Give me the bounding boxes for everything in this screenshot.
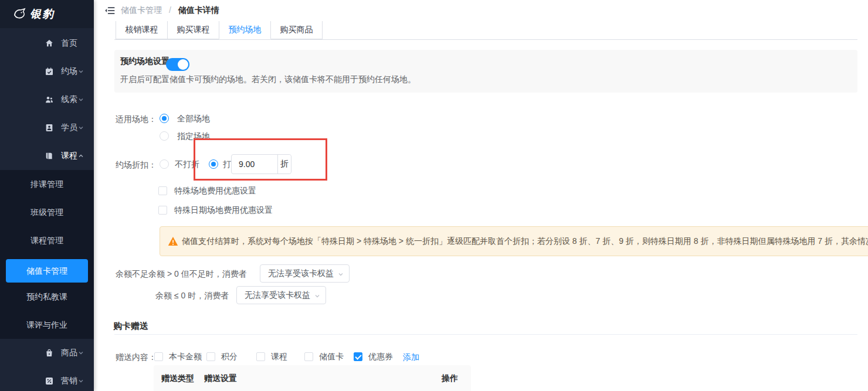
venue-setting-description: 开启后可配置储值卡可预约的场地。若关闭，该储值卡将不能用于预约任何场地。	[120, 74, 416, 85]
sidebar-item-label: 线索	[61, 94, 77, 105]
gift-option-course[interactable]: 课程	[256, 352, 287, 362]
sidebar-item-students[interactable]: 学员	[0, 114, 94, 142]
checkbox-icon[interactable]	[354, 352, 362, 361]
home-icon	[45, 39, 54, 48]
checkbox-label: 特殊场地费用优惠设置	[174, 186, 256, 195]
checkbox-icon[interactable]	[256, 352, 265, 361]
sidebar: 银豹 首页 约场 线索 学员 课程 排课管理 班级管理 课程管理 储值卡管理 预…	[0, 0, 94, 391]
sidebar-item-review-homework[interactable]: 课评与作业	[0, 311, 94, 339]
venue-setting-title: 预约场地设置	[120, 56, 169, 67]
sidebar-item-course-mgmt[interactable]: 课程管理	[0, 226, 94, 254]
checkbox-label: 特殊日期场地费用优惠设置	[174, 205, 273, 215]
gift-option-stored-card[interactable]: 储值卡	[304, 352, 344, 362]
checkbox-icon[interactable]	[154, 352, 163, 361]
chevron-up-icon	[78, 153, 84, 159]
radio-icon[interactable]	[160, 159, 169, 169]
discount-rule-warning: 储值支付结算时，系统对每个场地按「特殊日期 > 特殊场地 > 统一折扣」逐级匹配…	[160, 226, 868, 256]
chevron-down-icon	[78, 350, 84, 356]
section-divider	[114, 334, 857, 335]
sidebar-item-class-mgmt[interactable]: 班级管理	[0, 198, 94, 226]
sidebar-item-marketing[interactable]: 营销	[0, 367, 94, 391]
courses-submenu: 排课管理 班级管理 课程管理 储值卡管理 预约私教课 课评与作业	[0, 170, 94, 339]
warning-text: 储值支付结算时，系统对每个场地按「特殊日期 > 特殊场地 > 统一折扣」逐级匹配…	[182, 236, 868, 247]
tab-buy-course[interactable]: 购买课程	[167, 21, 219, 39]
student-badge-icon	[45, 123, 54, 132]
checkbox-icon[interactable]	[158, 206, 167, 215]
sidebar-item-private-lesson[interactable]: 预约私教课	[0, 283, 94, 311]
sub-item-label: 预约私教课	[26, 292, 67, 301]
checkbox-label: 课程	[271, 352, 287, 361]
checkbox-icon[interactable]	[304, 352, 313, 361]
tab-verify-course[interactable]: 核销课程	[116, 21, 168, 39]
breadcrumb-current: 储值卡详情	[178, 5, 219, 15]
gift-table-header: 赠送类型 赠送设置 操作	[154, 365, 471, 391]
checkbox-icon[interactable]	[206, 352, 215, 361]
sidebar-item-leads[interactable]: 线索	[0, 86, 94, 114]
sidebar-item-schedule-mgmt[interactable]: 排课管理	[0, 170, 94, 198]
sidebar-item-label: 课程	[61, 151, 77, 161]
sub-item-label: 储值卡管理	[26, 266, 67, 276]
radio-icon[interactable]	[160, 114, 169, 123]
special-venue-offer-checkbox-row[interactable]: 特殊场地费用优惠设置	[158, 186, 256, 196]
sidebar-item-label: 学员	[61, 123, 77, 133]
tab-label: 购买商品	[280, 25, 313, 34]
balance-select-2[interactable]: 无法享受该卡权益	[236, 286, 326, 304]
sidebar-item-label: 首页	[61, 38, 77, 49]
brand-logo[interactable]: 银豹	[0, 0, 94, 28]
gift-option-points[interactable]: 积分	[206, 352, 238, 362]
gift-option-coupon[interactable]: 优惠券	[354, 352, 393, 362]
discount-rate-input[interactable]	[232, 155, 277, 174]
sub-item-label: 课评与作业	[26, 320, 67, 329]
balance-condition-2: 余额 ≤ 0 时，消费者	[155, 291, 229, 301]
booking-discount-label: 约场折扣：	[113, 160, 157, 171]
chevron-down-icon	[338, 271, 344, 277]
gift-content-label: 赠送内容：	[113, 352, 157, 363]
chevron-down-icon	[78, 378, 84, 384]
brand-name: 银豹	[30, 6, 55, 22]
breadcrumb-parent[interactable]: 储值卡管理	[121, 5, 162, 15]
sidebar-collapse-icon[interactable]	[104, 5, 117, 16]
tab-label: 预约场地	[229, 25, 262, 34]
chevron-down-icon	[78, 69, 84, 74]
sidebar-item-home[interactable]: 首页	[0, 29, 94, 57]
breadcrumb: 储值卡管理 / 储值卡详情	[121, 5, 219, 16]
chevron-down-icon	[314, 293, 320, 299]
balance-select-1[interactable]: 无法享受该卡权益	[260, 264, 350, 283]
sub-item-label: 课程管理	[30, 236, 63, 245]
sub-item-label: 班级管理	[30, 208, 63, 217]
venue-setting-toggle[interactable]	[166, 58, 189, 71]
chevron-down-icon	[78, 125, 84, 131]
radio-discount-rate[interactable]: 打	[209, 159, 231, 170]
checkbox-icon[interactable]	[158, 186, 167, 195]
tab-book-venue[interactable]: 预约场地	[219, 21, 271, 39]
gift-option-card-amount[interactable]: 本卡金额	[154, 352, 202, 362]
checkbox-label: 本卡金额	[169, 352, 202, 361]
checkbox-label: 储值卡	[319, 352, 344, 361]
tab-buy-goods[interactable]: 购买商品	[270, 21, 323, 39]
calendar-check-icon	[45, 67, 54, 76]
sidebar-item-stored-value-card-mgmt[interactable]: 储值卡管理	[6, 259, 88, 283]
sidebar-item-booking[interactable]: 约场	[0, 57, 94, 86]
radio-specified-venues[interactable]: 指定场地	[160, 131, 210, 142]
special-date-offer-checkbox-row[interactable]: 特殊日期场地费用优惠设置	[158, 205, 273, 216]
add-gift-link[interactable]: 添加	[403, 352, 419, 363]
sub-item-label: 排课管理	[30, 179, 63, 189]
applicable-venue-label: 适用场地：	[113, 114, 157, 125]
radio-icon[interactable]	[209, 159, 218, 169]
gift-table-header-type: 赠送类型	[161, 373, 194, 384]
radio-label: 指定场地	[177, 131, 210, 141]
discount-rate-input-group: 折	[231, 154, 291, 174]
sidebar-item-label: 营销	[61, 376, 77, 386]
toggle-knob	[178, 59, 188, 70]
select-value: 无法享受该卡权益	[245, 290, 310, 301]
checkbox-label: 积分	[221, 352, 238, 361]
sidebar-item-goods[interactable]: 商品	[0, 339, 94, 367]
radio-icon[interactable]	[160, 131, 169, 141]
radio-label: 打	[223, 159, 231, 169]
balance-condition-1: 余额 > 0 但不足时，消费者	[148, 269, 247, 280]
radio-all-venues[interactable]: 全部场地	[160, 114, 210, 124]
users-icon	[45, 95, 54, 104]
sidebar-item-courses[interactable]: 课程	[0, 142, 94, 170]
radio-no-discount[interactable]: 不打折	[160, 159, 199, 170]
breadcrumb-separator: /	[169, 5, 171, 15]
